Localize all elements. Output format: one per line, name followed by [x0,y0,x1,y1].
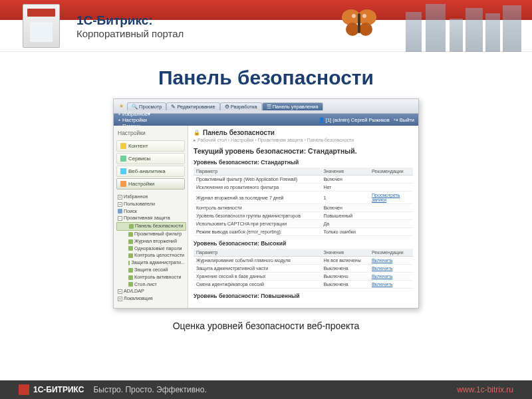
butterfly-icon [339,7,379,40]
toolbar-item[interactable]: ⋆ Избранное▾ [118,111,150,117]
table-cell [369,204,413,212]
tree-node[interactable]: Журнал вторжений [116,238,186,245]
table-cell[interactable]: Включить [369,265,413,273]
table-cell[interactable]: Просмотреть записи [369,192,413,204]
section-heading: Уровень безопасности: Повышенный [194,293,413,299]
svg-point-3 [359,23,372,36]
table-cell[interactable]: Включить [369,257,413,265]
table-cell [369,212,413,220]
breadcrumb[interactable]: ▸ Рабочий стол › Настройки › Проактивная… [194,138,413,143]
tree-node[interactable]: +Локализация [116,295,186,303]
table-header: Значение [321,249,369,257]
table-row: Защита административной частиВыключенаВк… [194,265,413,273]
top-tab[interactable]: ⚙ Разработка [220,102,262,110]
favorite-star-icon[interactable]: ★ [116,102,126,111]
table-cell: Контроль активности [194,204,321,212]
table-header: Параметр [194,249,321,257]
slide-header: 1С-Битрикс: Корпоративный портал [0,0,532,52]
tree-item-icon [128,261,130,265]
sidebar-section-button[interactable]: Контент [116,140,185,152]
slide-footer: 1С-БИТРИКС Быстро. Просто. Эффективно. w… [0,380,532,399]
sidebar-section-button[interactable]: Сервисы [116,153,185,164]
table-cell[interactable]: Включить [369,281,413,289]
tree-expand-icon[interactable]: + [118,289,122,294]
table-row: Хранение сессий в базе данныхВыключеноВк… [194,273,413,281]
tree-node[interactable]: -Проактивная защита [116,215,186,222]
table-cell[interactable]: Включить [369,273,413,281]
table-cell: Нет [321,184,369,192]
table-row: Журналирование событий главного модуляНе… [194,257,413,265]
secondary-toolbar: ⋆ Избранное▾⋆ Настройки⋆ Помощь 👤 [1] (a… [114,114,418,126]
tree-item-icon [128,268,133,273]
table-cell: Журнал вторжений за последние 7 дней [194,192,321,204]
tree-node[interactable]: +AD/LDAP [116,288,186,295]
table-row: Уровень безопасности группы администрато… [194,212,413,220]
embedded-screenshot: ★ 🔍 Просмотр✎ Редактирование⚙ Разработка… [113,98,419,309]
tree-item-icon [128,232,133,237]
tree-node[interactable]: Панель безопасности [116,222,186,231]
top-tab[interactable]: ☰ Панель управления [262,102,323,110]
tree-node[interactable]: Контроль активности [116,274,186,281]
table-cell: Выключено [321,273,369,281]
tree-item-icon [128,246,133,251]
table-cell [369,228,413,236]
table-header: Параметр [194,168,321,176]
tree-expand-icon[interactable]: + [118,297,122,301]
sidebar: Настройки КонтентСервисыВеб-аналитикаНас… [114,126,188,308]
table-cell: Повышенный [321,212,369,220]
tree-expand-icon[interactable]: - [118,216,122,221]
tree-node[interactable]: Контроль целостности [116,252,186,259]
table-cell: Уровень безопасности группы администрато… [194,212,321,220]
sidebar-title: Настройки [114,128,188,139]
city-background [399,0,532,52]
table-row: Смена идентификатора сессийВыключенаВклю… [194,281,413,289]
svg-point-6 [362,14,366,18]
top-tab[interactable]: 🔍 Просмотр [127,102,166,110]
section-heading: Уровень безопасности: Высокий [194,240,413,247]
svg-rect-4 [358,13,360,33]
tree-node[interactable]: +Избранное [116,194,186,201]
table-cell [369,220,413,228]
table-cell: 1 [321,192,369,204]
tree-expand-icon[interactable]: + [118,195,122,200]
footer-url[interactable]: www.1c-bitrix.ru [457,385,513,394]
tree-item-icon [129,224,134,229]
tree-node[interactable]: Поиск [116,208,186,215]
table-cell: Проактивный фильтр (Web Application Fire… [194,176,321,184]
section-icon [120,181,126,187]
table-row: Режим вывода ошибок (error_reporting):То… [194,228,413,236]
footer-tagline: Быстро. Просто. Эффективно. [93,385,206,394]
table-cell: Исключения из проактивного фильтра [194,184,321,192]
user-badge[interactable]: 👤 [1] (admin) Сергей Рыжиков [319,117,390,123]
toolbar-item[interactable]: ⋆ Настройки [118,117,150,123]
tree-node[interactable]: Защита администрати... [116,259,186,267]
tree-item-icon [128,282,133,287]
section-icon [120,143,126,149]
tree-node[interactable]: +Пользователи [116,201,186,208]
tree-expand-icon[interactable]: + [118,202,122,207]
table-cell: Не все включены [321,257,369,265]
sidebar-section-button[interactable]: Веб-аналитика [116,166,185,177]
page-title: Панель безопасности [0,66,532,89]
table-row: Проактивный фильтр (Web Application Fire… [194,176,413,184]
table-row: Контроль активностиВключен [194,204,413,212]
tree-node[interactable]: Защита сессий [116,267,186,274]
table-cell: Включен [321,204,369,212]
logout-link[interactable]: ↪ Выйти [394,117,414,123]
table-header: Рекомендации [369,249,413,257]
main-panel: 🔒 Панель безопасности ▸ Рабочий стол › Н… [188,126,418,308]
lock-icon: 🔒 [194,130,200,136]
sidebar-section-button[interactable]: Настройки [116,178,185,190]
section-icon [120,156,126,162]
params-table: ПараметрЗначениеРекомендацииЖурналирован… [194,249,413,289]
tree-item-icon [118,209,122,213]
top-tab[interactable]: ✎ Редактирование [166,102,219,110]
table-cell: Выключена [321,265,369,273]
brand-block: 1С-Битрикс: Корпоративный портал [76,13,184,39]
section-heading: Уровень безопасности: Стандартный [194,159,413,166]
tree-node[interactable]: Стоп-лист [116,281,186,289]
table-cell: Выключена [321,281,369,289]
tree-node[interactable]: Проактивный фильтр [116,231,186,238]
table-cell: Журналирование событий главного модуля [194,257,321,265]
tree-node[interactable]: Одноразовые пароли [116,245,186,253]
